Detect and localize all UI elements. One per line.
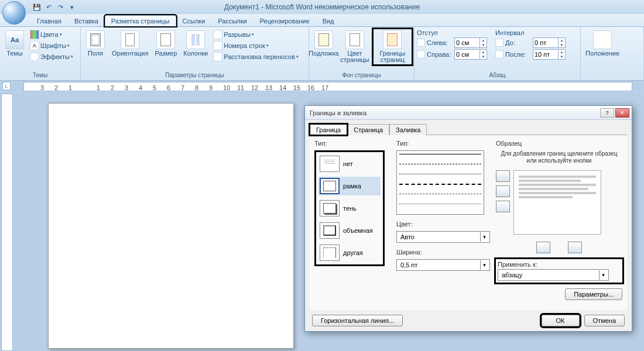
titlebar: 💾 ↶ ↷ ▾ Документ1 - Microsoft Word неком… [0, 0, 644, 14]
dialog-tabs: Граница Страница Заливка [305, 120, 632, 135]
chevron-down-icon: ▼ [480, 232, 488, 242]
dialog-tab-border[interactable]: Граница [310, 124, 347, 135]
ruler-area: 321 123 456 789 101112 131415 1617 [0, 81, 644, 91]
position-icon [593, 30, 612, 49]
preview-box[interactable] [513, 170, 601, 235]
type-box[interactable]: рамка [318, 177, 381, 195]
columns-button[interactable]: Колонки [181, 29, 210, 58]
color-select[interactable]: Авто▼ [396, 231, 490, 243]
undo-icon[interactable]: ↶ [43, 2, 54, 12]
margins-button[interactable]: Поля [83, 29, 108, 58]
type-custom[interactable]: другая [318, 243, 381, 262]
colors-icon [30, 30, 39, 39]
themes-icon: Aa [5, 30, 24, 49]
quick-access-toolbar: 💾 ↶ ↷ ▾ [32, 2, 77, 12]
indent-right-input[interactable]: ▲▼ [454, 49, 487, 60]
dialog-tab-page[interactable]: Страница [347, 124, 389, 135]
document-page[interactable] [48, 103, 294, 349]
indent-right: Справа: ▲▼ [417, 49, 487, 60]
apply-to-select[interactable]: абзацу▼ [498, 269, 609, 281]
watermark-button[interactable]: Подложка [311, 29, 336, 58]
preview-bottom-buttons [496, 242, 622, 253]
preview-bottom-button[interactable] [496, 201, 510, 212]
tab-references[interactable]: Ссылки [176, 15, 212, 26]
options-button[interactable]: Параметры... [565, 288, 622, 300]
ok-button[interactable]: ОК [542, 315, 580, 326]
spacing-header: Интервал [495, 29, 566, 36]
tab-page-layout[interactable]: Разметка страницы [105, 15, 176, 26]
page-color-icon [345, 30, 364, 49]
cancel-button[interactable]: Отмена [584, 315, 625, 326]
horizontal-ruler[interactable]: 321 123 456 789 101112 131415 1617 [23, 82, 632, 91]
fonts-icon: A [30, 41, 39, 50]
dialog-help-button[interactable]: ? [600, 108, 614, 118]
size-button[interactable]: Размер [152, 29, 179, 58]
redo-icon[interactable]: ↷ [55, 2, 66, 12]
spacing-after-input[interactable]: ▲▼ [533, 49, 566, 60]
type-none[interactable]: нет [318, 154, 381, 173]
type-box-icon [320, 178, 340, 194]
effects-button[interactable]: Эффекты▾ [29, 51, 74, 62]
type-list: нет рамка тень объемная другая [314, 150, 385, 266]
breaks-icon [213, 30, 222, 39]
watermark-icon [314, 30, 333, 49]
dialog-body: Тип: нет рамка тень объемная другая Тип:… [310, 135, 627, 310]
window-title: Документ1 - Microsoft Word некоммерческо… [224, 3, 420, 11]
dialog-footer: Горизонтальная линия... ОК Отмена [305, 310, 632, 331]
indent-header: Отступ [417, 29, 487, 36]
vertical-ruler[interactable] [1, 94, 13, 351]
ruler-toggle[interactable]: L [2, 82, 11, 90]
width-select[interactable]: 0,5 пт▼ [396, 259, 490, 271]
type-shadow-icon [320, 200, 340, 216]
tab-review[interactable]: Рецензирование [254, 15, 316, 26]
qat-dropdown-icon[interactable]: ▾ [67, 2, 77, 12]
themes-button[interactable]: Aa Темы [2, 29, 27, 58]
spacing-before: До: ▲▼ [495, 37, 566, 48]
position-button[interactable]: Положение [583, 29, 622, 58]
type-shadow[interactable]: тень [318, 199, 381, 218]
spacing-before-input[interactable]: ▲▼ [533, 37, 566, 48]
preview-column: Образец Для добавления границ щелкните о… [496, 140, 622, 305]
tab-view[interactable]: Вид [316, 15, 341, 26]
page-borders-icon [383, 30, 402, 49]
orientation-button[interactable]: Ориентация [109, 29, 150, 58]
preview-top-button[interactable] [496, 170, 510, 182]
preview-mid-button[interactable] [496, 185, 510, 197]
group-arrange: Положение [581, 27, 644, 80]
hyphenation-button[interactable]: Расстановка переносов▾ [212, 51, 299, 62]
ribbon: Aa Темы Цвета▾ AШрифты▾ Эффекты▾ Темы По… [0, 27, 644, 81]
group-page-setup: Поля Ориентация Размер Колонки Разрывы▾ … [81, 27, 309, 80]
indent-left-input[interactable]: ▲▼ [454, 37, 487, 48]
apply-to-box: Применить к: абзацу▼ [496, 259, 622, 283]
preview-hint: Для добавления границ щелкните образец и… [496, 150, 622, 168]
effects-icon [30, 52, 39, 61]
tab-insert[interactable]: Вставка [68, 15, 105, 26]
page-borders-button[interactable]: Границы страниц [374, 29, 412, 64]
spacing-after-icon [495, 50, 503, 58]
dialog-tab-shading[interactable]: Заливка [389, 124, 427, 135]
style-column: Тип: Цвет: Авто▼ Ширина: 0,5 пт▼ [396, 140, 490, 305]
page-color-button[interactable]: Цвет страницы [338, 29, 372, 64]
office-button[interactable] [2, 1, 26, 25]
line-numbers-icon [213, 41, 222, 50]
hyphenation-icon [213, 52, 222, 61]
type-none-icon [320, 156, 340, 172]
tab-mailings[interactable]: Рассылки [211, 15, 253, 26]
colors-button[interactable]: Цвета▾ [29, 29, 74, 40]
type-custom-icon [320, 245, 340, 261]
horizontal-line-button[interactable]: Горизонтальная линия... [312, 315, 403, 326]
dialog-close-button[interactable]: ✕ [615, 108, 629, 118]
preview-right-button[interactable] [568, 242, 582, 253]
style-list[interactable] [396, 150, 484, 215]
group-paragraph: Отступ Слева: ▲▼ Справа: ▲▼ Интервал До: [415, 27, 581, 80]
breaks-button[interactable]: Разрывы▾ [212, 29, 299, 40]
tab-home[interactable]: Главная [30, 15, 68, 26]
save-icon[interactable]: 💾 [32, 2, 42, 12]
type-3d[interactable]: объемная [318, 221, 381, 240]
line-numbers-button[interactable]: Номера строк▾ [212, 40, 299, 51]
preview-left-button[interactable] [536, 242, 550, 253]
chevron-down-icon: ▼ [599, 270, 607, 280]
indent-right-icon [417, 50, 425, 58]
fonts-button[interactable]: AШрифты▾ [29, 40, 74, 51]
dialog-titlebar: Границы и заливка ? ✕ [305, 106, 632, 120]
